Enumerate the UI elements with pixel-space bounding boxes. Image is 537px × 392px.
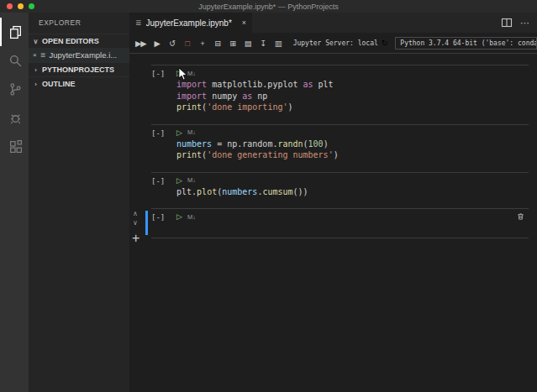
activity-search[interactable] bbox=[0, 46, 29, 75]
code-token: ()) bbox=[293, 187, 308, 196]
code-token: numpy bbox=[207, 91, 242, 101]
interrupt-kernel-icon[interactable]: □ bbox=[183, 39, 192, 48]
more-actions-icon[interactable]: ⋯ bbox=[520, 18, 529, 29]
notebook-cell[interactable]: [-]▷M↓numbers = np.random.randn(100)prin… bbox=[151, 124, 529, 166]
code-line[interactable]: plt.plot(numbers.cumsum()) bbox=[176, 186, 529, 198]
delete-cell-icon[interactable] bbox=[516, 212, 525, 222]
debug-icon bbox=[8, 111, 23, 125]
run-cell-icon[interactable]: ▷ bbox=[176, 213, 182, 221]
code-token: import bbox=[176, 80, 207, 89]
vscode-window: JupyterExample.ipynb* — PythonProjects bbox=[0, 0, 537, 392]
zoom-window-button[interactable] bbox=[29, 3, 34, 9]
files-icon bbox=[8, 25, 23, 39]
code-token: plt bbox=[313, 80, 334, 89]
cell-toolbar: ▷M↓ bbox=[176, 127, 529, 139]
code-token: numbers bbox=[222, 187, 257, 196]
python-interpreter-status[interactable]: Python 3.7.4 64-bit ('base': conda):... bbox=[395, 37, 537, 50]
chevron-right-icon: › bbox=[32, 66, 39, 74]
run-cell-icon[interactable]: ▶ bbox=[153, 39, 161, 48]
minimize-window-button[interactable] bbox=[18, 3, 24, 9]
traffic-lights bbox=[7, 3, 34, 9]
code-token: 'done generating numbers' bbox=[207, 150, 334, 159]
main-layout: EXPLORER ∨ OPEN EDITORS × ≣ JupyterExamp… bbox=[0, 13, 537, 392]
cell-move-controls: ∧∨ bbox=[131, 210, 140, 227]
markdown-toggle-button[interactable]: M↓ bbox=[187, 129, 196, 136]
titlebar: JupyterExample.ipynb* — PythonProjects bbox=[0, 0, 537, 13]
notebook-cell[interactable]: [-]▷M↓plt.plot(numbers.cumsum()) bbox=[151, 172, 529, 203]
code-line[interactable]: import matplotlib.pyplot as plt bbox=[176, 79, 529, 91]
notebook-cell[interactable]: ∧∨[-]▷M↓ bbox=[151, 208, 529, 238]
selected-cell-indicator bbox=[145, 211, 148, 235]
chevron-down-icon: ∨ bbox=[32, 38, 39, 45]
code-line[interactable] bbox=[176, 222, 529, 234]
markdown-toggle-button[interactable]: M↓ bbox=[187, 177, 196, 184]
run-cell-icon[interactable]: ▷ bbox=[176, 129, 182, 137]
section-label: OUTLINE bbox=[42, 80, 76, 88]
move-cell-up-icon[interactable]: ∧ bbox=[131, 210, 140, 218]
tab-jupyterexample[interactable]: ≣ JupyterExample.ipynb* × bbox=[129, 13, 252, 33]
code-token: as bbox=[303, 80, 313, 89]
code-token: 100 bbox=[308, 139, 324, 149]
activity-bar bbox=[0, 13, 29, 392]
source-control-icon bbox=[8, 82, 23, 97]
activity-explorer[interactable] bbox=[0, 18, 29, 46]
tabbar-actions: ⋯ bbox=[501, 13, 537, 33]
insert-cell-cursor[interactable]: + bbox=[132, 232, 140, 245]
move-cell-down-icon[interactable]: ∨ bbox=[131, 219, 140, 227]
code-line[interactable]: import numpy as np bbox=[176, 91, 529, 102]
editor-area: ≣ JupyterExample.ipynb* × ⋯ ▶▶▶↺□+⊟⊞▤↧▥ … bbox=[129, 13, 537, 392]
cell-collapse-toggle[interactable]: [-] bbox=[151, 211, 176, 234]
cell-collapse-toggle[interactable]: [-] bbox=[151, 127, 176, 161]
close-window-button[interactable] bbox=[7, 3, 13, 9]
code-token: ) bbox=[287, 102, 292, 112]
code-token: randn bbox=[277, 139, 303, 149]
restart-kernel-icon[interactable]: ↺ bbox=[168, 39, 176, 48]
save-icon[interactable]: ↧ bbox=[259, 39, 267, 48]
cell-body: ▷M↓import matplotlib.pyplot as pltimport… bbox=[176, 67, 529, 113]
chevron-right-icon: › bbox=[32, 81, 39, 88]
code-token: cumsum bbox=[262, 187, 292, 196]
search-icon bbox=[8, 54, 23, 68]
tab-label: JupyterExample.ipynb* bbox=[146, 18, 232, 28]
open-editor-item[interactable]: × ≣ JupyterExample.i... bbox=[29, 48, 129, 62]
code-token: plt. bbox=[176, 187, 197, 196]
code-line[interactable]: print('done generating numbers') bbox=[176, 149, 529, 161]
section-open-editors[interactable]: ∨ OPEN EDITORS bbox=[29, 34, 129, 48]
cell-toolbar: ▷M↓ bbox=[176, 211, 529, 222]
close-icon[interactable]: × bbox=[33, 51, 37, 59]
markdown-toggle-button[interactable]: M↓ bbox=[187, 214, 196, 221]
cell-body: ▷M↓numbers = np.random.randn(100)print('… bbox=[176, 127, 529, 161]
code-token: print bbox=[176, 102, 202, 112]
code-line[interactable]: numbers = np.random.randn(100) bbox=[176, 139, 529, 150]
code-line[interactable]: print('done importing') bbox=[176, 102, 529, 113]
run-cell-icon[interactable]: ▷ bbox=[176, 177, 182, 185]
run-cell-icon[interactable]: ▷ bbox=[176, 70, 182, 77]
section-outline[interactable]: › OUTLINE bbox=[29, 76, 129, 91]
export-icon[interactable]: ▥ bbox=[274, 39, 282, 48]
extensions-icon bbox=[8, 139, 23, 154]
notebook-cell[interactable]: [-]▷M↓import matplotlib.pyplot as pltimp… bbox=[151, 65, 529, 118]
kernel-status-icon: ↻ bbox=[382, 39, 388, 47]
notebook-toolbar: ▶▶▶↺□+⊟⊞▤↧▥ Jupyter Server: local ↻ Pyth… bbox=[129, 33, 537, 54]
sidebar-explorer: EXPLORER ∨ OPEN EDITORS × ≣ JupyterExamp… bbox=[29, 13, 129, 392]
code-token: ) bbox=[324, 139, 329, 149]
activity-debug[interactable] bbox=[0, 103, 29, 132]
cells: [-]▷M↓import matplotlib.pyplot as pltimp… bbox=[129, 54, 537, 392]
cell-toolbar: ▷M↓ bbox=[176, 67, 529, 79]
code-token: import bbox=[176, 91, 207, 101]
expand-all-icon[interactable]: ⊞ bbox=[229, 39, 237, 48]
section-pythonprojects[interactable]: › PYTHONPROJECTS bbox=[29, 62, 129, 76]
add-cell-icon[interactable]: + bbox=[198, 39, 207, 48]
notebook-toolbar-icons: ▶▶▶↺□+⊟⊞▤↧▥ bbox=[135, 39, 282, 48]
jupyter-server-status[interactable]: Jupyter Server: local bbox=[293, 39, 378, 47]
variable-explorer-icon[interactable]: ▤ bbox=[244, 39, 252, 48]
cell-collapse-toggle[interactable]: [-] bbox=[151, 175, 176, 198]
activity-source-control[interactable] bbox=[0, 75, 29, 103]
activity-extensions[interactable] bbox=[0, 132, 29, 160]
split-editor-icon[interactable] bbox=[501, 17, 513, 29]
run-all-cells-icon[interactable]: ▶▶ bbox=[135, 39, 146, 48]
collapse-all-icon[interactable]: ⊟ bbox=[213, 39, 222, 48]
close-tab-icon[interactable]: × bbox=[242, 18, 246, 27]
markdown-toggle-button[interactable]: M↓ bbox=[187, 71, 196, 77]
cell-collapse-toggle[interactable]: [-] bbox=[151, 67, 176, 113]
